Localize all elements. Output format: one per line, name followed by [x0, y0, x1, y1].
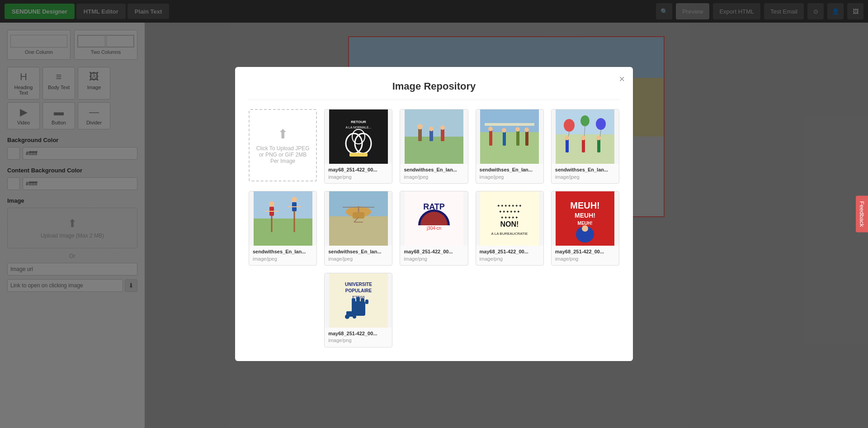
svg-point-34	[524, 128, 529, 132]
image-card-4[interactable]: sendwithses_En_lan... image/jpeg	[249, 191, 317, 266]
image-grid: ⬆ Click To Upload JPEG or PNG or GIF 2MB…	[249, 109, 619, 347]
image-filename-4: sendwithses_En_lan...	[253, 248, 313, 255]
image-info-5: sendwithses_En_lan... image/jpeg	[325, 246, 392, 265]
svg-rect-48	[597, 139, 600, 152]
svg-text:MEUH!: MEUH!	[578, 221, 593, 226]
image-card-3[interactable]: sendwithses_En_lan... image/jpeg	[551, 109, 619, 184]
svg-rect-17	[418, 128, 422, 141]
image-filename-1: sendwithses_En_lan...	[404, 166, 464, 173]
svg-rect-90	[352, 298, 355, 304]
modal-overlay[interactable]: Image Repository × ⬆ Click To Upload JPE…	[0, 0, 868, 428]
image-thumb-4	[249, 191, 316, 246]
svg-text:A LA BUREAUCRATIE: A LA BUREAUCRATIE	[491, 232, 528, 236]
image-repository-modal: Image Repository × ⬆ Click To Upload JPE…	[235, 67, 633, 361]
svg-text:RETOUR: RETOUR	[351, 120, 366, 124]
image-filetype-1: image/jpeg	[404, 174, 464, 181]
svg-text:A LA NORMALE...: A LA NORMALE...	[345, 126, 371, 129]
image-info-2: sendwithses_En_lan... image/jpeg	[476, 164, 543, 183]
svg-rect-13	[349, 153, 368, 157]
image-info-4: sendwithses_En_lan... image/jpeg	[249, 246, 316, 265]
image-card-8[interactable]: MEUH! MEUH! MEUH! may68_251-422_00... im…	[551, 191, 619, 266]
image-info-1: sendwithses_En_lan... image/jpeg	[400, 164, 467, 183]
svg-point-30	[502, 128, 506, 133]
svg-rect-44	[566, 139, 569, 152]
svg-rect-91	[356, 297, 360, 303]
svg-rect-63	[329, 216, 388, 246]
svg-rect-31	[516, 130, 519, 146]
svg-text:j304·cn: j304·cn	[426, 226, 441, 231]
svg-rect-27	[489, 130, 492, 146]
svg-rect-25	[480, 132, 539, 164]
image-filename-0: may68_251-422_00...	[328, 166, 388, 173]
svg-text:MEUH!: MEUH!	[575, 212, 595, 219]
svg-rect-93	[365, 300, 368, 304]
svg-point-28	[488, 127, 493, 131]
image-filetype-2: image/jpeg	[480, 174, 540, 181]
svg-point-84	[582, 225, 588, 232]
image-card-9[interactable]: UNIVERSITE POPULAIRE ETE68	[324, 273, 392, 347]
svg-point-39	[580, 115, 590, 126]
image-filetype-8: image/png	[555, 256, 615, 262]
image-filename-9: may68_251-422_00...	[328, 330, 388, 337]
image-card-5[interactable]: sendwithses_En_lan... image/jpeg	[324, 191, 392, 266]
svg-text:POPULAIRE: POPULAIRE	[345, 288, 372, 293]
image-thumb-8: MEUH! MEUH! MEUH!	[552, 191, 619, 246]
image-thumb-3	[552, 109, 619, 164]
image-filetype-3: image/jpeg	[555, 174, 615, 181]
svg-point-18	[417, 124, 423, 129]
svg-rect-16	[405, 137, 463, 164]
svg-point-20	[429, 127, 434, 131]
image-info-7: may68_251-422_00... image/png	[476, 246, 543, 265]
image-filename-6: may68_251-422_00...	[404, 248, 464, 255]
svg-rect-33	[525, 131, 528, 146]
image-filetype-9: image/png	[328, 337, 388, 344]
svg-point-55	[269, 201, 274, 207]
image-filename-2: sendwithses_En_lan...	[480, 166, 540, 173]
svg-text:✦✦✦✦✦: ✦✦✦✦✦	[500, 215, 519, 220]
image-card-6[interactable]: RATP j304·cn may68_251-422_00... image/p…	[400, 191, 468, 266]
svg-rect-92	[361, 298, 364, 304]
svg-point-47	[581, 136, 585, 140]
image-thumb-6: RATP j304·cn	[400, 191, 467, 246]
image-filetype-6: image/png	[404, 256, 464, 262]
svg-text:✦✦✦✦✦✦✦: ✦✦✦✦✦✦✦	[497, 204, 522, 208]
image-card-2[interactable]: sendwithses_En_lan... image/jpeg	[476, 109, 544, 184]
svg-point-22	[440, 125, 445, 130]
upload-card[interactable]: ⬆ Click To Upload JPEG or PNG or GIF 2MB…	[249, 109, 317, 181]
modal-title: Image Repository	[249, 81, 619, 100]
image-filetype-5: image/jpeg	[328, 256, 388, 262]
svg-rect-52	[254, 219, 312, 246]
feedback-button[interactable]: Feedback	[856, 195, 868, 232]
image-info-0: may68_251-422_00... image/png	[325, 164, 392, 183]
image-filetype-7: image/png	[480, 256, 540, 262]
image-thumb-7: ✦✦✦✦✦✦✦ ✦✦✦✦✦✦ ✦✦✦✦✦ NON! A LA BUREAUCRA…	[476, 191, 543, 246]
image-card-0[interactable]: RETOUR A LA NORMALE... may68_251-422_00.…	[324, 109, 392, 184]
svg-text:NON!: NON!	[500, 220, 519, 228]
svg-point-49	[596, 136, 601, 140]
svg-rect-26	[485, 123, 534, 126]
image-filename-8: may68_251-422_00...	[555, 248, 615, 255]
svg-rect-19	[429, 130, 433, 141]
svg-point-96	[353, 315, 356, 319]
svg-text:MEUH!: MEUH!	[571, 200, 600, 210]
svg-point-32	[515, 127, 520, 132]
image-thumb-5	[325, 191, 392, 246]
svg-point-95	[345, 314, 349, 319]
svg-point-45	[565, 136, 569, 140]
svg-point-38	[564, 119, 575, 132]
image-info-9: may68_251-422_00... image/png	[325, 328, 392, 347]
image-filetype-4: image/jpeg	[253, 256, 313, 262]
svg-rect-46	[582, 139, 585, 152]
image-card-7[interactable]: ✦✦✦✦✦✦✦ ✦✦✦✦✦✦ ✦✦✦✦✦ NON! A LA BUREAUCRA…	[476, 191, 544, 266]
image-thumb-0: RETOUR A LA NORMALE...	[325, 109, 392, 164]
svg-text:✦✦✦✦✦✦: ✦✦✦✦✦✦	[499, 209, 520, 214]
svg-point-56	[292, 197, 297, 202]
image-card-1[interactable]: sendwithses_En_lan... image/jpeg	[400, 109, 468, 184]
image-filename-7: may68_251-422_00...	[480, 248, 540, 255]
image-filename-5: sendwithses_En_lan...	[328, 248, 388, 255]
image-thumb-2	[476, 109, 543, 164]
image-filename-3: sendwithses_En_lan...	[555, 166, 615, 173]
svg-rect-21	[441, 128, 444, 141]
modal-close-button[interactable]: ×	[619, 73, 625, 85]
image-info-6: may68_251-422_00... image/png	[400, 246, 467, 265]
